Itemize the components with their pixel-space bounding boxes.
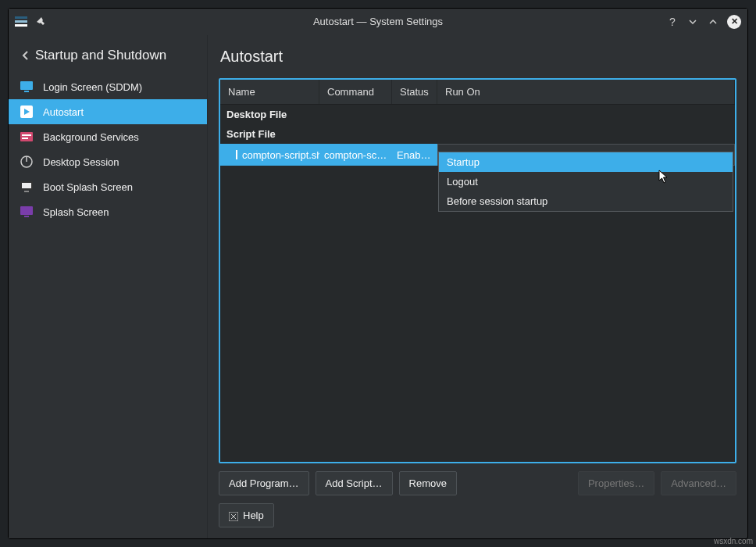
help-label: Help [243, 509, 264, 521]
row-name-text: compton-script.sh [242, 149, 319, 161]
sidebar-item-login-screen[interactable]: Login Screen (SDDM) [9, 74, 207, 99]
cell-name: compton-script.sh [220, 149, 319, 161]
titlebar-left-icons [15, 16, 48, 28]
help-row: Help [219, 503, 736, 527]
run-on-dropdown: Startup Logout Before session startup [438, 152, 733, 212]
svg-rect-12 [22, 183, 31, 188]
watermark: wsxdn.com [714, 537, 753, 545]
add-script-button[interactable]: Add Script… [316, 471, 393, 495]
sidebar: Startup and Shutdown Login Screen (SDDM)… [9, 35, 208, 538]
remove-button[interactable]: Remove [399, 471, 457, 495]
sidebar-item-splash-screen[interactable]: Splash Screen [9, 199, 207, 224]
column-run-on[interactable]: Run On [437, 80, 735, 104]
sidebar-item-label: Desktop Session [43, 156, 119, 168]
sidebar-item-label: Boot Splash Screen [43, 181, 133, 193]
action-buttons: Add Program… Add Script… Remove Properti… [219, 471, 736, 495]
column-command[interactable]: Command [319, 80, 392, 104]
svg-rect-14 [20, 206, 33, 215]
svg-rect-1 [15, 20, 27, 23]
settings-window: Autostart — System Settings ? ✕ Startup … [8, 8, 748, 539]
svg-rect-3 [20, 81, 33, 90]
cell-command: compton-scri… [319, 149, 392, 161]
help-button[interactable]: Help [219, 503, 274, 527]
add-program-button[interactable]: Add Program… [219, 471, 309, 495]
help-icon[interactable]: ? [666, 16, 679, 28]
sidebar-item-boot-splash[interactable]: Boot Splash Screen [9, 174, 207, 199]
sidebar-header[interactable]: Startup and Shutdown [9, 40, 207, 74]
help-badge-icon [229, 512, 238, 521]
monitor-icon [20, 80, 34, 94]
dropdown-option-startup[interactable]: Startup [439, 152, 733, 172]
maximize-icon[interactable] [707, 16, 719, 28]
close-icon[interactable]: ✕ [727, 15, 741, 29]
window-body: Startup and Shutdown Login Screen (SDDM)… [9, 35, 747, 538]
column-name[interactable]: Name [220, 80, 319, 104]
autostart-table: Name Command Status Run On Desktop File … [219, 78, 736, 463]
minimize-icon[interactable] [686, 16, 699, 28]
row-checkbox[interactable] [236, 150, 237, 159]
sidebar-item-desktop-session[interactable]: Desktop Session [9, 149, 207, 174]
boot-splash-icon [20, 180, 34, 194]
cell-status: Enabled [392, 149, 437, 161]
services-icon [20, 130, 34, 144]
splash-icon [20, 205, 34, 219]
titlebar-right-buttons: ? ✕ [666, 15, 741, 29]
column-status[interactable]: Status [392, 80, 437, 104]
window-title: Autostart — System Settings [9, 16, 747, 27]
svg-rect-2 [15, 24, 27, 27]
sidebar-item-label: Login Screen (SDDM) [43, 81, 142, 93]
power-icon [20, 155, 34, 169]
svg-rect-7 [22, 134, 31, 136]
back-icon[interactable] [21, 50, 29, 61]
svg-rect-8 [22, 138, 28, 139]
dropdown-option-logout[interactable]: Logout [439, 172, 733, 191]
play-icon [20, 105, 34, 119]
content-area: Autostart Name Command Status Run On Des… [208, 35, 747, 538]
sidebar-title: Startup and Shutdown [35, 48, 166, 63]
svg-rect-6 [20, 132, 33, 141]
table-header: Name Command Status Run On [220, 80, 735, 105]
sidebar-item-background-services[interactable]: Background Services [9, 124, 207, 149]
page-title: Autostart [219, 41, 736, 70]
sidebar-item-autostart[interactable]: Autostart [9, 99, 207, 124]
sidebar-item-label: Autostart [43, 106, 84, 118]
advanced-button[interactable]: Advanced… [661, 471, 736, 495]
svg-rect-13 [24, 191, 29, 192]
svg-rect-15 [24, 216, 29, 217]
svg-rect-0 [15, 16, 27, 19]
sidebar-item-label: Splash Screen [43, 206, 109, 218]
titlebar: Autostart — System Settings ? ✕ [9, 9, 747, 35]
sidebar-item-label: Background Services [43, 131, 139, 143]
svg-rect-4 [24, 91, 29, 92]
group-script-file[interactable]: Script File [220, 124, 735, 144]
dropdown-option-before-session[interactable]: Before session startup [439, 191, 733, 211]
group-desktop-file[interactable]: Desktop File [220, 105, 735, 124]
app-menu-icon[interactable] [15, 16, 27, 28]
properties-button[interactable]: Properties… [578, 471, 654, 495]
pin-icon[interactable] [35, 16, 48, 28]
